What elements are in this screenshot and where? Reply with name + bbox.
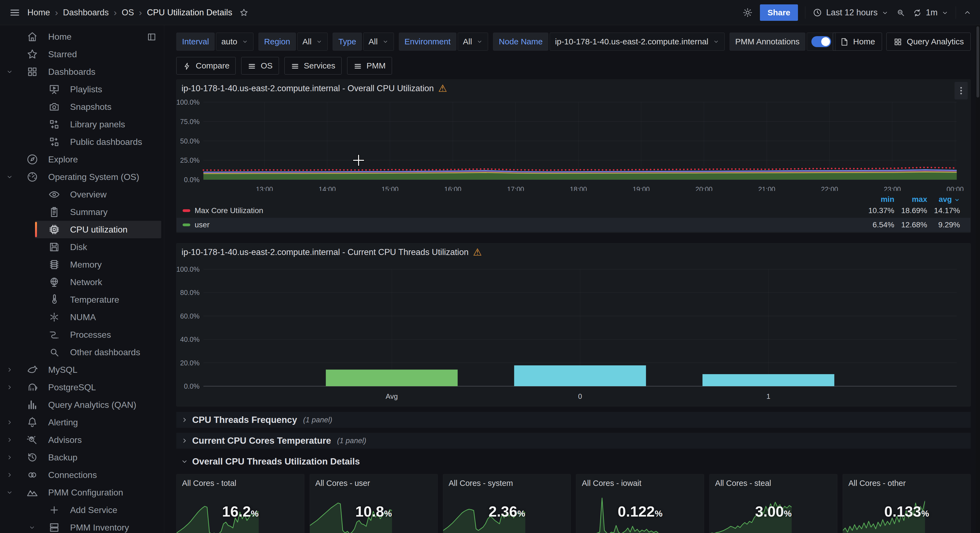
chevron-right-icon[interactable]	[6, 454, 13, 461]
sidebar-item-public-dashboards[interactable]: Public dashboards	[0, 133, 164, 151]
stat-value: 2.36%	[443, 503, 571, 520]
scrollbar-thumb[interactable]	[977, 26, 979, 97]
sidebar-item-dashboards[interactable]: Dashboards	[0, 63, 164, 81]
sidebar-item-processes[interactable]: Processes	[0, 326, 164, 343]
refresh-picker[interactable]: 1m	[913, 7, 948, 18]
menu-icon[interactable]	[9, 7, 20, 18]
sidebar-item-postgresql[interactable]: PostgreSQL	[0, 378, 164, 396]
sidebar-item-memory[interactable]: Memory	[0, 256, 164, 273]
panel-menu-icon[interactable]	[955, 82, 968, 99]
sidebar-item-other-dashboards[interactable]: Other dashboards	[0, 343, 164, 361]
breadcrumb-item[interactable]: CPU Utilization Details	[147, 8, 232, 18]
star-icon[interactable]	[239, 8, 248, 17]
sidebar-item-label: Dashboards	[48, 67, 95, 77]
breadcrumb-item[interactable]: OS	[122, 8, 134, 18]
sidebar-item-query-analytics-qan[interactable]: Query Analytics (QAN)	[0, 396, 164, 413]
sidebar-item-advisors[interactable]: Advisors	[0, 431, 164, 448]
legend-row: user6.54%12.68%9.29%	[177, 218, 970, 232]
panel-header[interactable]: ip-10-178-1-40.us-east-2.compute.interna…	[177, 80, 970, 97]
chevron-down-icon[interactable]	[6, 68, 13, 75]
legend-series-name[interactable]: user	[195, 220, 209, 229]
section-row-overall-cpu-threads-utilization-details[interactable]: Overall CPU Threads Utilization Details	[176, 454, 971, 469]
query-analytics-button[interactable]: Query Analytics	[886, 33, 971, 51]
stat-title: All Cores - user	[315, 479, 370, 488]
sidebar-item-operating-system-os[interactable]: Operating System (OS)	[0, 168, 164, 186]
sidebar-item-label: Network	[70, 277, 102, 287]
scrollbar	[975, 25, 980, 533]
chevron-right-icon[interactable]	[6, 366, 13, 373]
os-button[interactable]: OS	[241, 57, 279, 75]
sidebar-item-home[interactable]: Home	[0, 28, 164, 45]
chevron-down-icon[interactable]	[6, 173, 13, 180]
zoom-out-icon[interactable]	[896, 8, 905, 18]
sidebar-item-numa[interactable]: NUMA	[0, 308, 164, 326]
chevron-right-icon[interactable]	[6, 471, 13, 479]
sidebar-item-alerting[interactable]: Alerting	[0, 413, 164, 431]
time-range-picker[interactable]: Last 12 hours	[813, 7, 889, 18]
sidebar-item-snapshots[interactable]: Snapshots	[0, 98, 164, 116]
home-button[interactable]: Home	[833, 33, 882, 51]
sidebar-item-library-panels[interactable]: Library panels	[0, 116, 164, 133]
sidebar-item-backup[interactable]: Backup	[0, 448, 164, 466]
sidebar-item-disk[interactable]: Disk	[0, 238, 164, 256]
breadcrumb-item[interactable]: Home	[27, 8, 50, 18]
legend-sort-avg[interactable]: avg	[927, 195, 960, 204]
filter-type: TypeAll	[332, 33, 394, 51]
svg-text:20.0%: 20.0%	[180, 359, 200, 367]
sidebar-item-overview[interactable]: Overview	[0, 186, 164, 203]
section-panel-count: (1 panel)	[303, 416, 332, 424]
chevron-up-icon[interactable]	[963, 8, 972, 17]
chevron-right-icon[interactable]	[6, 384, 13, 391]
chevron-right-icon[interactable]	[6, 419, 13, 426]
breadcrumb-separator: ›	[139, 7, 142, 18]
legend-sort-max[interactable]: max	[894, 195, 927, 204]
apps-icon	[26, 66, 38, 78]
section-title: Overall CPU Threads Utilization Details	[192, 456, 360, 467]
filter-value-dropdown[interactable]: All	[363, 33, 394, 51]
svg-text:100.0%: 100.0%	[177, 265, 200, 273]
sidebar-item-label: Temperature	[70, 295, 119, 305]
sidebar-item-explore[interactable]: Explore	[0, 151, 164, 168]
sidebar-item-playlists[interactable]: Playlists	[0, 81, 164, 98]
legend-series-name[interactable]: Max Core Utilization	[195, 206, 263, 215]
share-button[interactable]: Share	[760, 5, 798, 21]
sidebar-item-add-service[interactable]: Add Service	[0, 501, 164, 519]
sidebar-item-label: Playlists	[70, 85, 102, 94]
section-row-cpu-threads-frequency[interactable]: CPU Threads Frequency(1 panel)	[176, 412, 971, 428]
compare-button[interactable]: Compare	[176, 57, 236, 75]
filter-value-dropdown[interactable]: ip-10-178-1-40.us-east-2.compute.interna…	[550, 33, 724, 51]
warning-icon[interactable]: ⚠	[438, 83, 447, 93]
sidebar-item-summary[interactable]: Summary	[0, 203, 164, 221]
chevron-down-icon[interactable]	[6, 489, 13, 496]
sidebar-item-connections[interactable]: Connections	[0, 466, 164, 484]
top-nav: Home›Dashboards›OS›CPU Utilization Detai…	[0, 0, 980, 25]
warning-icon[interactable]: ⚠	[473, 247, 482, 257]
svg-text:0.0%: 0.0%	[184, 176, 200, 184]
sidebar-item-temperature[interactable]: Temperature	[0, 291, 164, 308]
panel-header[interactable]: ip-10-178-1-40.us-east-2.compute.interna…	[177, 244, 970, 261]
sidebar-item-pmm-configuration[interactable]: PMM Configuration	[0, 484, 164, 501]
time-range-label: Last 12 hours	[826, 8, 878, 18]
sidebar-item-mysql[interactable]: MySQL	[0, 361, 164, 378]
filter-value-dropdown[interactable]: All	[458, 33, 488, 51]
services-button[interactable]: Services	[285, 57, 342, 75]
gear-icon[interactable]	[742, 7, 753, 18]
pmm-annotations-toggle[interactable]	[807, 33, 836, 51]
filter-value-dropdown[interactable]: All	[297, 33, 328, 51]
svg-text:0.0%: 0.0%	[184, 382, 200, 390]
sidebar-item-starred[interactable]: Starred	[0, 45, 164, 63]
sidebar-item-network[interactable]: Network	[0, 273, 164, 291]
chevron-down-icon[interactable]	[29, 524, 36, 531]
legend-sort-min[interactable]: min	[861, 195, 894, 204]
svg-text:17:00: 17:00	[507, 185, 524, 191]
breadcrumb-item[interactable]: Dashboards	[63, 8, 109, 18]
sidebar-item-pmm-inventory[interactable]: PMM Inventory	[0, 519, 164, 533]
sidebar-item-cpu-utilization[interactable]: CPU utilization	[35, 221, 161, 238]
chevron-right-icon	[181, 437, 188, 445]
filter-label: Environment	[399, 33, 456, 51]
pmm-button[interactable]: PMM	[347, 57, 392, 75]
filter-value-dropdown[interactable]: auto	[216, 33, 253, 51]
chevron-right-icon[interactable]	[6, 436, 13, 444]
section-row-current-cpu-cores-temperature[interactable]: Current CPU Cores Temperature(1 panel)	[176, 433, 971, 448]
sidebar-collapse-icon[interactable]	[146, 32, 157, 42]
